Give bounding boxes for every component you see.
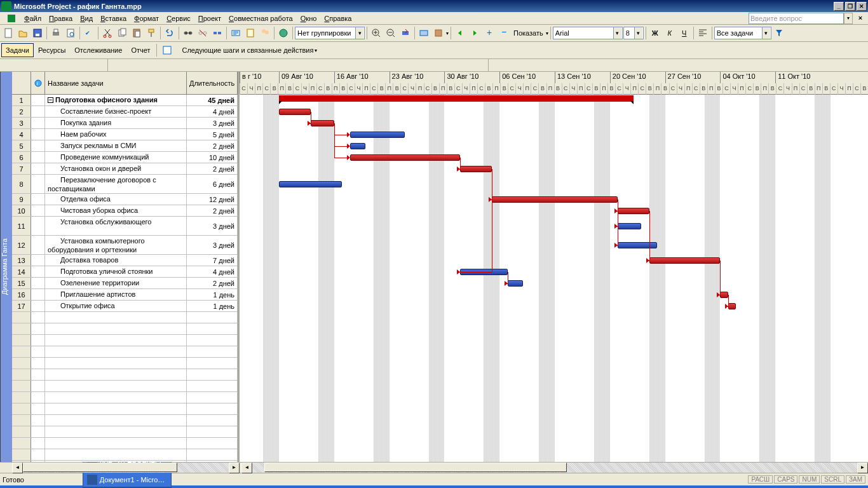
app-menu-icon[interactable] xyxy=(3,12,20,25)
format-painter-button[interactable] xyxy=(144,26,158,40)
table-row[interactable]: 6Проведение коммуникаций10 дней xyxy=(12,152,238,163)
assign-resources-button[interactable] xyxy=(258,26,272,40)
taskbar-item[interactable]: Документ1 - Micro… xyxy=(83,472,172,487)
zoom-in-button[interactable] xyxy=(369,26,383,40)
table-row-empty[interactable] xyxy=(12,392,238,403)
hide-subtasks-button[interactable]: − xyxy=(497,26,511,40)
duration-cell[interactable]: 1 день xyxy=(187,289,238,300)
duration-cell[interactable]: 2 дней xyxy=(187,278,238,288)
duration-cell[interactable]: 2 дней xyxy=(187,140,238,151)
table-row[interactable]: 2Составление бизнес-проект4 дней xyxy=(12,106,238,118)
duration-cell[interactable]: 6 дней xyxy=(187,175,238,193)
tracking-guide-button[interactable]: Отслеживание xyxy=(70,43,126,57)
task-bar[interactable] xyxy=(350,154,461,161)
row-number[interactable]: 17 xyxy=(12,301,31,311)
tasks-guide-button[interactable]: Задачи xyxy=(1,43,34,57)
gantt-body[interactable] xyxy=(240,95,868,462)
table-row[interactable]: 17Открытие офиса1 день xyxy=(12,301,238,312)
office-button[interactable] xyxy=(431,26,445,40)
table-row-empty[interactable] xyxy=(12,346,238,358)
show-subtasks-button[interactable]: + xyxy=(482,26,496,40)
indent-button[interactable] xyxy=(468,26,482,40)
duration-cell[interactable]: 3 дней xyxy=(187,236,238,254)
task-bar[interactable] xyxy=(492,196,618,203)
task-name-cell[interactable]: Чистовая уборка офиса xyxy=(45,205,187,216)
row-number[interactable]: 8 xyxy=(12,175,31,193)
table-row[interactable]: 11Установка обслуживающего3 дней xyxy=(12,217,238,236)
table-scroll-left[interactable]: ◄ xyxy=(12,463,23,473)
duration-cell[interactable]: 10 дней xyxy=(187,152,238,163)
row-number[interactable]: 3 xyxy=(12,118,31,128)
name-column-header[interactable]: Название задачи xyxy=(45,72,187,94)
help-search-dropdown[interactable]: ▾ xyxy=(844,13,853,24)
split-task-button[interactable] xyxy=(210,26,224,40)
show-label[interactable]: Показать xyxy=(512,29,545,37)
task-name-cell[interactable]: Наем рабочих xyxy=(45,129,187,140)
table-row[interactable]: 1−Подготовка офисного здания45 дней xyxy=(12,95,238,106)
task-bar[interactable] xyxy=(649,257,721,264)
table-row-empty[interactable] xyxy=(12,312,238,323)
table-row[interactable]: 14Подготовка уличной стоянки4 дней xyxy=(12,266,238,278)
task-bar[interactable] xyxy=(311,120,334,126)
row-number[interactable]: 14 xyxy=(12,266,31,277)
notes-button[interactable] xyxy=(243,26,257,40)
table-row-empty[interactable] xyxy=(12,415,238,426)
copy-button[interactable] xyxy=(115,26,129,40)
table-row-empty[interactable] xyxy=(12,438,238,449)
task-name-cell[interactable]: Отделка офиса xyxy=(45,194,187,205)
font-size-combo[interactable]: 8 xyxy=(623,27,644,39)
task-name-cell[interactable]: Установка компьютерного оборудования и о… xyxy=(45,236,187,254)
close-button[interactable]: ✕ xyxy=(857,2,867,11)
task-bar[interactable] xyxy=(460,166,492,172)
duration-cell[interactable]: 3 дней xyxy=(187,217,238,235)
paste-button[interactable] xyxy=(130,26,144,40)
table-row-empty[interactable] xyxy=(12,461,238,462)
table-row-empty[interactable] xyxy=(12,381,238,392)
spelling-button[interactable]: ✔ xyxy=(82,26,96,40)
task-name-cell[interactable]: Запуск рекламы в СМИ xyxy=(45,140,187,151)
task-bar[interactable] xyxy=(279,109,311,115)
italic-button[interactable]: К xyxy=(663,26,677,40)
menu-Вид[interactable]: Вид xyxy=(76,13,97,24)
task-info-button[interactable] xyxy=(229,26,243,40)
goto-task-button[interactable] xyxy=(398,26,412,40)
task-name-cell[interactable]: Установка обслуживающего xyxy=(45,217,187,235)
open-button[interactable] xyxy=(16,26,30,40)
duration-cell[interactable]: 12 дней xyxy=(187,194,238,205)
duration-column-header[interactable]: Длительность xyxy=(187,72,238,94)
row-header-corner[interactable] xyxy=(12,72,31,94)
row-number[interactable]: 4 xyxy=(12,129,31,140)
table-row-empty[interactable] xyxy=(12,449,238,461)
task-name-cell[interactable]: Проведение коммуникаций xyxy=(45,152,187,163)
filter-combo[interactable]: Все задачи xyxy=(714,27,771,39)
table-row[interactable]: 5Запуск рекламы в СМИ2 дней xyxy=(12,140,238,152)
undo-button[interactable] xyxy=(163,26,177,40)
task-bar[interactable] xyxy=(728,303,736,309)
menu-Сервис[interactable]: Сервис xyxy=(163,13,194,24)
restore-button[interactable]: ❐ xyxy=(845,2,855,11)
row-number[interactable]: 7 xyxy=(12,163,31,174)
table-row[interactable]: 16Приглашение артистов1 день xyxy=(12,289,238,301)
publish-button[interactable] xyxy=(276,26,290,40)
table-row[interactable]: 15Озеленение территории2 дней xyxy=(12,278,238,289)
task-name-cell[interactable]: Покупка здания xyxy=(45,118,187,128)
row-number[interactable]: 10 xyxy=(12,205,31,216)
duration-cell[interactable]: 1 день xyxy=(187,301,238,311)
row-number[interactable]: 1 xyxy=(12,95,31,105)
zoom-out-button[interactable] xyxy=(384,26,398,40)
menu-Проект[interactable]: Проект xyxy=(194,13,225,24)
print-button[interactable] xyxy=(49,26,63,40)
gantt-scroll-track[interactable] xyxy=(252,463,857,473)
row-number[interactable]: 6 xyxy=(12,152,31,163)
gantt-scroll-left[interactable]: ◄ xyxy=(241,463,252,473)
task-name-cell[interactable]: Перезаключение договоров с поставщиками xyxy=(45,175,187,193)
menu-Вставка[interactable]: Вставка xyxy=(97,13,130,24)
font-combo[interactable]: Arial xyxy=(553,27,623,39)
row-number[interactable]: 13 xyxy=(12,255,31,266)
row-number[interactable]: 11 xyxy=(12,217,31,235)
task-bar[interactable] xyxy=(618,208,649,214)
bold-button[interactable]: Ж xyxy=(648,26,662,40)
duration-cell[interactable]: 45 дней xyxy=(187,95,238,105)
task-name-cell[interactable]: −Подготовка офисного здания xyxy=(45,95,187,105)
duration-cell[interactable]: 3 дней xyxy=(187,118,238,128)
